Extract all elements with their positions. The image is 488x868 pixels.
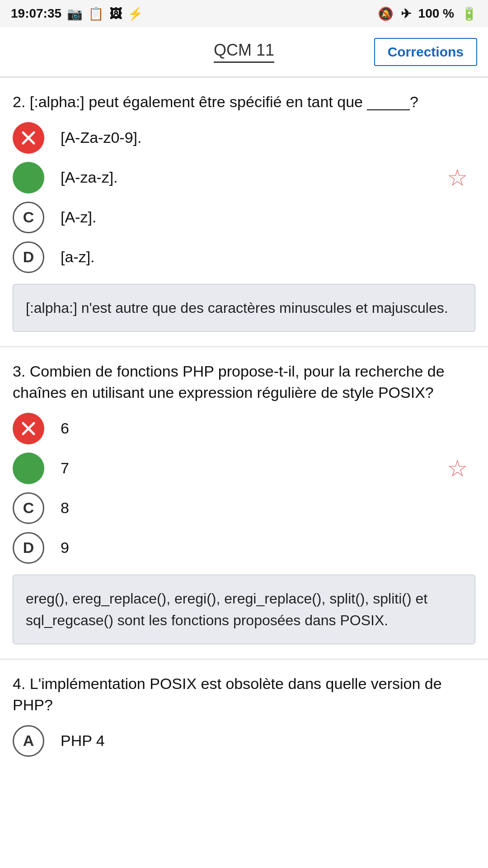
q2-answer-a-text: [A-Za-z0-9]. <box>61 129 141 146</box>
q3-answer-c[interactable]: C 8 <box>13 492 475 524</box>
question-3-text: 3. Combien de fonctions PHP propose-t-il… <box>13 361 475 404</box>
mute-icon: 🔕 <box>378 6 394 21</box>
q2-separator <box>0 346 488 347</box>
app-header: QCM 11 Corrections <box>0 27 488 77</box>
status-right: 🔕 ✈ 100 % 🔋 <box>378 6 477 21</box>
camera-icon: 📷 <box>67 6 83 21</box>
wrong-icon-q2a <box>13 122 44 154</box>
q3-separator <box>0 659 488 660</box>
q3-answer-d-text: 9 <box>61 539 69 557</box>
q2-answer-c[interactable]: C [A-z]. <box>13 202 475 233</box>
q3-answer-c-text: 8 <box>61 499 69 517</box>
letter-icon-q2c: C <box>13 202 44 233</box>
q2-answer-b[interactable]: [A-za-z]. ☆ <box>13 162 475 193</box>
q2-answer-c-text: [A-z]. <box>61 208 96 226</box>
q3-explanation: ereg(), ereg_replace(), eregi(), eregi_r… <box>13 575 475 644</box>
cross-svg-q3a <box>19 420 38 438</box>
q3-answer-d[interactable]: D 9 <box>13 532 475 564</box>
question-3-block: 3. Combien de fonctions PHP propose-t-il… <box>13 361 475 404</box>
battery-icon: 🔋 <box>461 6 477 21</box>
star-icon-q2[interactable]: ☆ <box>447 164 468 191</box>
q3-answer-b[interactable]: 7 ☆ <box>13 453 475 484</box>
q2-answer-b-text: [A-za-z]. <box>61 169 118 186</box>
network-icon: ⚡ <box>127 6 143 21</box>
time-display: 19:07:35 <box>11 6 61 21</box>
question-2-block: 2. [:alpha:] peut également être spécifi… <box>13 91 475 113</box>
q3-answer-a-text: 6 <box>61 420 69 437</box>
q2-answer-d[interactable]: D [a-z]. <box>13 241 475 273</box>
header-separator <box>0 77 488 78</box>
letter-icon-q3d: D <box>13 532 44 564</box>
sim-icon: 📋 <box>88 6 104 21</box>
correct-icon-q2b <box>13 162 44 193</box>
q4-answer-a[interactable]: A PHP 4 <box>13 725 475 757</box>
q2-answer-a[interactable]: [A-Za-z0-9]. <box>13 122 475 154</box>
airplane-icon: ✈ <box>401 6 411 21</box>
wrong-icon-q3a <box>13 413 44 444</box>
content-area: 2. [:alpha:] peut également être spécifi… <box>0 91 488 757</box>
corrections-button[interactable]: Corrections <box>374 38 477 66</box>
letter-icon-q4a: A <box>13 725 44 757</box>
letter-icon-q2d: D <box>13 241 44 273</box>
question-4-text: 4. L'implémentation POSIX est obsolète d… <box>13 673 475 716</box>
letter-icon-q3c: C <box>13 492 44 524</box>
q2-answer-d-text: [a-z]. <box>61 248 95 266</box>
star-icon-q3[interactable]: ☆ <box>447 455 468 482</box>
q3-answer-b-text: 7 <box>61 459 69 477</box>
question-2-text: 2. [:alpha:] peut également être spécifi… <box>13 91 475 113</box>
correct-icon-q3b <box>13 453 44 484</box>
question-4-block: 4. L'implémentation POSIX est obsolète d… <box>13 673 475 716</box>
battery-display: 100 % <box>418 6 454 21</box>
cross-svg <box>19 129 38 147</box>
page-title: QCM 11 <box>214 41 274 63</box>
q3-answer-a[interactable]: 6 <box>13 413 475 444</box>
q2-explanation: [:alpha:] n'est autre que des caractères… <box>13 284 475 332</box>
status-bar: 19:07:35 📷 📋 🖼 ⚡ 🔕 ✈ 100 % 🔋 <box>0 0 488 27</box>
q4-answer-a-text: PHP 4 <box>61 732 105 750</box>
image-icon: 🖼 <box>109 6 122 21</box>
status-left: 19:07:35 📷 📋 🖼 ⚡ <box>11 6 143 21</box>
